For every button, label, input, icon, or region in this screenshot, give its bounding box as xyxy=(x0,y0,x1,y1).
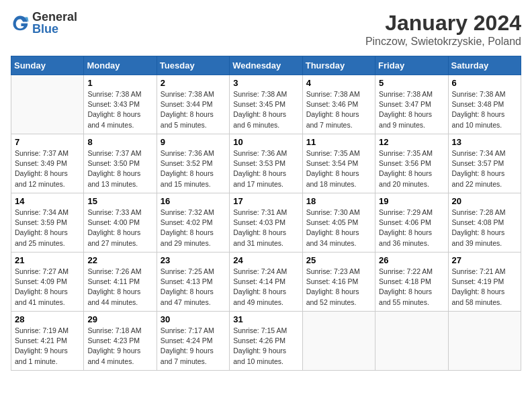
day-info: Sunrise: 7:18 AM Sunset: 4:23 PM Dayligh… xyxy=(87,326,152,367)
calendar-cell: 25Sunrise: 7:23 AM Sunset: 4:16 PM Dayli… xyxy=(302,253,375,312)
calendar-cell: 8Sunrise: 7:37 AM Sunset: 3:50 PM Daylig… xyxy=(84,134,157,193)
day-number: 30 xyxy=(161,314,226,324)
week-row-1: 1Sunrise: 7:38 AM Sunset: 3:43 PM Daylig… xyxy=(11,75,521,134)
day-info: Sunrise: 7:28 AM Sunset: 4:08 PM Dayligh… xyxy=(452,208,517,248)
day-info: Sunrise: 7:25 AM Sunset: 4:13 PM Dayligh… xyxy=(161,267,226,308)
header-saturday: Saturday xyxy=(448,56,521,75)
calendar-cell: 21Sunrise: 7:27 AM Sunset: 4:09 PM Dayli… xyxy=(11,253,84,312)
day-info: Sunrise: 7:17 AM Sunset: 4:24 PM Dayligh… xyxy=(161,326,226,367)
day-number: 8 xyxy=(87,137,152,147)
calendar-cell: 12Sunrise: 7:35 AM Sunset: 3:56 PM Dayli… xyxy=(375,134,448,193)
calendar-subtitle: Pinczow, Swietokrzyskie, Poland xyxy=(365,36,521,48)
calendar-cell: 24Sunrise: 7:24 AM Sunset: 4:14 PM Dayli… xyxy=(230,253,302,312)
calendar-cell: 15Sunrise: 7:33 AM Sunset: 4:00 PM Dayli… xyxy=(84,193,157,253)
day-number: 9 xyxy=(161,137,226,147)
day-number: 16 xyxy=(161,196,226,206)
calendar-cell: 18Sunrise: 7:30 AM Sunset: 4:05 PM Dayli… xyxy=(302,193,375,253)
calendar-title-block: January 2024 Pinczow, Swietokrzyskie, Po… xyxy=(365,11,521,48)
day-info: Sunrise: 7:38 AM Sunset: 3:44 PM Dayligh… xyxy=(161,89,226,130)
header-friday: Friday xyxy=(375,56,448,75)
logo-icon xyxy=(11,13,30,32)
week-row-5: 28Sunrise: 7:19 AM Sunset: 4:21 PM Dayli… xyxy=(11,312,521,371)
day-info: Sunrise: 7:19 AM Sunset: 4:21 PM Dayligh… xyxy=(15,326,80,367)
calendar-title: January 2024 xyxy=(365,11,521,36)
day-info: Sunrise: 7:26 AM Sunset: 4:11 PM Dayligh… xyxy=(87,267,152,308)
day-number: 24 xyxy=(233,255,298,265)
day-number: 18 xyxy=(306,196,371,206)
calendar-cell: 28Sunrise: 7:19 AM Sunset: 4:21 PM Dayli… xyxy=(11,312,84,371)
day-info: Sunrise: 7:38 AM Sunset: 3:47 PM Dayligh… xyxy=(379,89,444,130)
day-info: Sunrise: 7:38 AM Sunset: 3:46 PM Dayligh… xyxy=(306,89,371,130)
calendar-cell xyxy=(448,312,521,371)
calendar-cell: 2Sunrise: 7:38 AM Sunset: 3:44 PM Daylig… xyxy=(157,75,229,134)
day-info: Sunrise: 7:30 AM Sunset: 4:05 PM Dayligh… xyxy=(306,208,371,248)
header-sunday: Sunday xyxy=(11,56,84,75)
calendar-cell: 22Sunrise: 7:26 AM Sunset: 4:11 PM Dayli… xyxy=(84,253,157,312)
calendar-cell: 16Sunrise: 7:32 AM Sunset: 4:02 PM Dayli… xyxy=(157,193,229,253)
day-number: 23 xyxy=(161,255,226,265)
calendar-cell: 10Sunrise: 7:36 AM Sunset: 3:53 PM Dayli… xyxy=(230,134,302,193)
day-number: 12 xyxy=(379,137,444,147)
calendar-cell: 7Sunrise: 7:37 AM Sunset: 3:49 PM Daylig… xyxy=(11,134,84,193)
day-number: 20 xyxy=(452,196,517,206)
day-number: 17 xyxy=(233,196,298,206)
day-info: Sunrise: 7:24 AM Sunset: 4:14 PM Dayligh… xyxy=(233,267,298,308)
day-info: Sunrise: 7:33 AM Sunset: 4:00 PM Dayligh… xyxy=(87,208,152,248)
day-number: 7 xyxy=(15,137,80,147)
day-info: Sunrise: 7:37 AM Sunset: 3:50 PM Dayligh… xyxy=(87,148,152,189)
day-number: 26 xyxy=(379,255,444,265)
day-info: Sunrise: 7:31 AM Sunset: 4:03 PM Dayligh… xyxy=(233,208,298,248)
day-number: 11 xyxy=(306,137,371,147)
day-info: Sunrise: 7:23 AM Sunset: 4:16 PM Dayligh… xyxy=(306,267,371,308)
calendar-table: SundayMondayTuesdayWednesdayThursdayFrid… xyxy=(11,56,521,371)
day-info: Sunrise: 7:21 AM Sunset: 4:19 PM Dayligh… xyxy=(452,267,517,308)
day-number: 15 xyxy=(87,196,152,206)
header-wednesday: Wednesday xyxy=(230,56,302,75)
day-info: Sunrise: 7:38 AM Sunset: 3:43 PM Dayligh… xyxy=(87,89,152,130)
calendar-cell: 20Sunrise: 7:28 AM Sunset: 4:08 PM Dayli… xyxy=(448,193,521,253)
day-number: 27 xyxy=(452,255,517,265)
day-info: Sunrise: 7:22 AM Sunset: 4:18 PM Dayligh… xyxy=(379,267,444,308)
calendar-cell: 30Sunrise: 7:17 AM Sunset: 4:24 PM Dayli… xyxy=(157,312,229,371)
calendar-cell: 14Sunrise: 7:34 AM Sunset: 3:59 PM Dayli… xyxy=(11,193,84,253)
calendar-header-row: SundayMondayTuesdayWednesdayThursdayFrid… xyxy=(11,56,521,75)
day-info: Sunrise: 7:34 AM Sunset: 3:59 PM Dayligh… xyxy=(15,208,80,248)
day-info: Sunrise: 7:27 AM Sunset: 4:09 PM Dayligh… xyxy=(15,267,80,308)
day-number: 31 xyxy=(233,314,298,324)
day-info: Sunrise: 7:35 AM Sunset: 3:54 PM Dayligh… xyxy=(306,148,371,189)
logo-text-block: General Blue xyxy=(32,11,77,35)
calendar-cell: 23Sunrise: 7:25 AM Sunset: 4:13 PM Dayli… xyxy=(157,253,229,312)
calendar-cell: 9Sunrise: 7:36 AM Sunset: 3:52 PM Daylig… xyxy=(157,134,229,193)
header-tuesday: Tuesday xyxy=(157,56,229,75)
day-info: Sunrise: 7:29 AM Sunset: 4:06 PM Dayligh… xyxy=(379,208,444,248)
header-monday: Monday xyxy=(84,56,157,75)
calendar-cell: 29Sunrise: 7:18 AM Sunset: 4:23 PM Dayli… xyxy=(84,312,157,371)
week-row-2: 7Sunrise: 7:37 AM Sunset: 3:49 PM Daylig… xyxy=(11,134,521,193)
logo-blue: Blue xyxy=(32,22,58,36)
day-info: Sunrise: 7:36 AM Sunset: 3:53 PM Dayligh… xyxy=(233,148,298,189)
day-info: Sunrise: 7:37 AM Sunset: 3:49 PM Dayligh… xyxy=(15,148,80,189)
calendar-cell: 27Sunrise: 7:21 AM Sunset: 4:19 PM Dayli… xyxy=(448,253,521,312)
day-number: 5 xyxy=(379,78,444,88)
day-number: 14 xyxy=(15,196,80,206)
calendar-cell: 19Sunrise: 7:29 AM Sunset: 4:06 PM Dayli… xyxy=(375,193,448,253)
day-number: 29 xyxy=(87,314,152,324)
day-number: 21 xyxy=(15,255,80,265)
day-number: 4 xyxy=(306,78,371,88)
calendar-cell: 26Sunrise: 7:22 AM Sunset: 4:18 PM Dayli… xyxy=(375,253,448,312)
day-number: 6 xyxy=(452,78,517,88)
day-info: Sunrise: 7:38 AM Sunset: 3:48 PM Dayligh… xyxy=(452,89,517,130)
day-info: Sunrise: 7:35 AM Sunset: 3:56 PM Dayligh… xyxy=(379,148,444,189)
day-number: 22 xyxy=(87,255,152,265)
day-number: 10 xyxy=(233,137,298,147)
calendar-cell: 5Sunrise: 7:38 AM Sunset: 3:47 PM Daylig… xyxy=(375,75,448,134)
logo: General Blue xyxy=(11,11,77,35)
calendar-cell: 13Sunrise: 7:34 AM Sunset: 3:57 PM Dayli… xyxy=(448,134,521,193)
calendar-cell: 4Sunrise: 7:38 AM Sunset: 3:46 PM Daylig… xyxy=(302,75,375,134)
day-number: 2 xyxy=(161,78,226,88)
day-info: Sunrise: 7:38 AM Sunset: 3:45 PM Dayligh… xyxy=(233,89,298,130)
week-row-4: 21Sunrise: 7:27 AM Sunset: 4:09 PM Dayli… xyxy=(11,253,521,312)
day-info: Sunrise: 7:15 AM Sunset: 4:26 PM Dayligh… xyxy=(233,326,298,367)
calendar-cell: 3Sunrise: 7:38 AM Sunset: 3:45 PM Daylig… xyxy=(230,75,302,134)
day-number: 19 xyxy=(379,196,444,206)
